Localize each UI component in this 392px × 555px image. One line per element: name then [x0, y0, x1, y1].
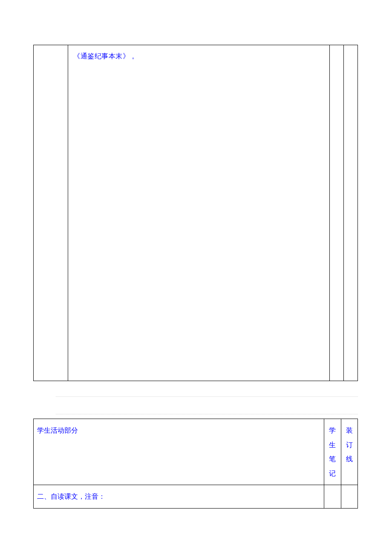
vchar: 订	[345, 438, 354, 452]
body-text: 《通鉴纪事本末》 。	[73, 52, 138, 60]
upper-table-col1	[34, 45, 68, 381]
vchar: 笔	[328, 452, 337, 466]
upper-table-col3	[330, 45, 344, 381]
student-activity-header: 学生活动部分	[34, 419, 324, 485]
vchar: 生	[328, 438, 337, 452]
upper-table-body-cell: 《通鉴纪事本末》 。	[68, 45, 330, 381]
section-two-label: 二、自读课文，注音：	[37, 493, 105, 500]
vchar: 记	[328, 466, 337, 481]
student-activity-label: 学生活动部分	[37, 427, 78, 434]
upper-table: 《通鉴纪事本末》 。	[33, 45, 358, 381]
vchar: 装	[345, 423, 354, 438]
lower-table: 学生活动部分 学 生 笔 记 装 订 线 二、自读课文，注音：	[33, 419, 358, 509]
student-notes-cell	[324, 485, 341, 509]
dotted-separator	[56, 396, 358, 414]
upper-table-col4	[343, 45, 357, 381]
vchar: 线	[345, 452, 354, 466]
table-row: 《通鉴纪事本末》 。	[34, 45, 358, 381]
section-two-cell: 二、自读课文，注音：	[34, 485, 324, 509]
binding-line-header: 装 订 线	[341, 419, 357, 485]
table-row: 二、自读课文，注音：	[34, 485, 358, 509]
table-row: 学生活动部分 学 生 笔 记 装 订 线	[34, 419, 358, 485]
student-notes-header: 学 生 笔 记	[324, 419, 341, 485]
vchar: 学	[328, 423, 337, 438]
binding-line-cell	[341, 485, 357, 509]
